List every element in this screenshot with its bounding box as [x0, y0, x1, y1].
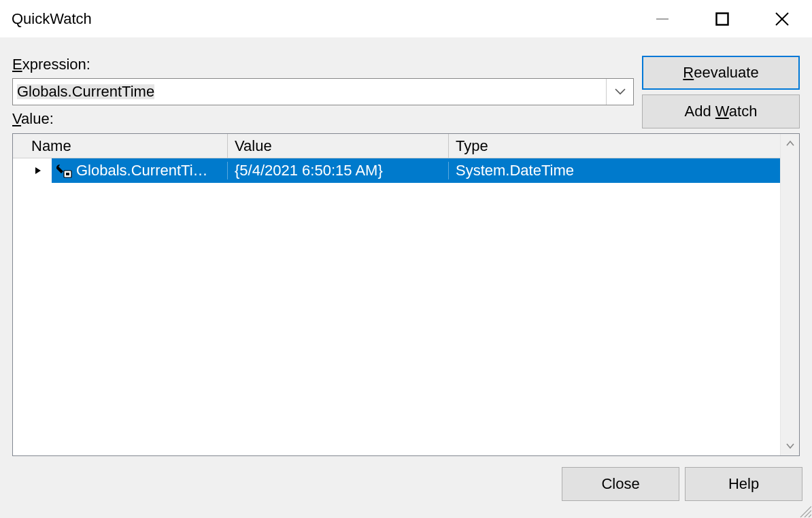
svg-line-8: [805, 511, 811, 517]
expression-input[interactable]: Globals.CurrentTime: [13, 79, 606, 105]
header-type[interactable]: Type: [449, 134, 780, 158]
close-window-button[interactable]: [752, 0, 812, 37]
expression-combobox[interactable]: Globals.CurrentTime: [12, 78, 634, 105]
add-watch-label: Add Watch: [685, 103, 758, 120]
grid-body: Globals.CurrentTi… {5/4/2021 6:50:15 AM}…: [13, 158, 780, 455]
close-button[interactable]: Close: [562, 467, 679, 501]
grid-scrollbar[interactable]: [780, 134, 799, 455]
resize-grip[interactable]: [798, 504, 811, 517]
row-name: Globals.CurrentTi…: [75, 162, 228, 179]
expand-triangle-icon: [35, 167, 41, 175]
expression-dropdown-button[interactable]: [606, 79, 633, 105]
row-type: System.DateTime: [449, 162, 780, 179]
maximize-button[interactable]: [692, 0, 752, 37]
reevaluate-button[interactable]: Reevaluate: [642, 56, 800, 90]
chevron-down-icon: [615, 88, 626, 95]
svg-rect-6: [66, 173, 69, 175]
window-controls: [632, 0, 812, 37]
header-value[interactable]: Value: [228, 134, 449, 158]
header-expand: [13, 134, 24, 158]
watch-grid: Name Value Type: [12, 133, 800, 456]
svg-rect-1: [717, 13, 728, 24]
minimize-icon: [655, 12, 670, 27]
window-title: QuickWatch: [12, 10, 92, 28]
svg-line-9: [809, 515, 811, 517]
row-gutter: [13, 158, 24, 183]
maximize-icon: [715, 12, 730, 27]
minimize-button[interactable]: [632, 0, 692, 37]
help-label: Help: [728, 475, 759, 493]
row-value: {5/4/2021 6:50:15 AM}: [228, 162, 449, 179]
scroll-up-icon: [786, 138, 794, 149]
expression-label: Expression:: [12, 56, 90, 73]
table-row[interactable]: Globals.CurrentTi… {5/4/2021 6:50:15 AM}…: [13, 158, 780, 183]
reevaluate-label: Reevaluate: [683, 64, 758, 82]
client-area: Expression: Globals.CurrentTime Value: R…: [0, 37, 812, 518]
scroll-down-icon: [786, 441, 794, 451]
svg-marker-4: [35, 167, 41, 174]
grid-header: Name Value Type: [13, 134, 780, 158]
close-icon: [774, 11, 790, 27]
grid-main: Name Value Type: [13, 134, 780, 455]
close-label: Close: [601, 475, 639, 493]
row-expand-toggle[interactable]: [24, 158, 52, 183]
add-watch-button[interactable]: Add Watch: [642, 94, 800, 128]
grip-icon: [798, 504, 811, 517]
expression-text: Globals.CurrentTime: [17, 84, 154, 99]
row-type-icon: [52, 158, 75, 183]
value-label: Value:: [12, 110, 54, 128]
header-name[interactable]: Name: [24, 134, 228, 158]
help-button[interactable]: Help: [685, 467, 802, 501]
wrench-icon: [54, 163, 72, 178]
